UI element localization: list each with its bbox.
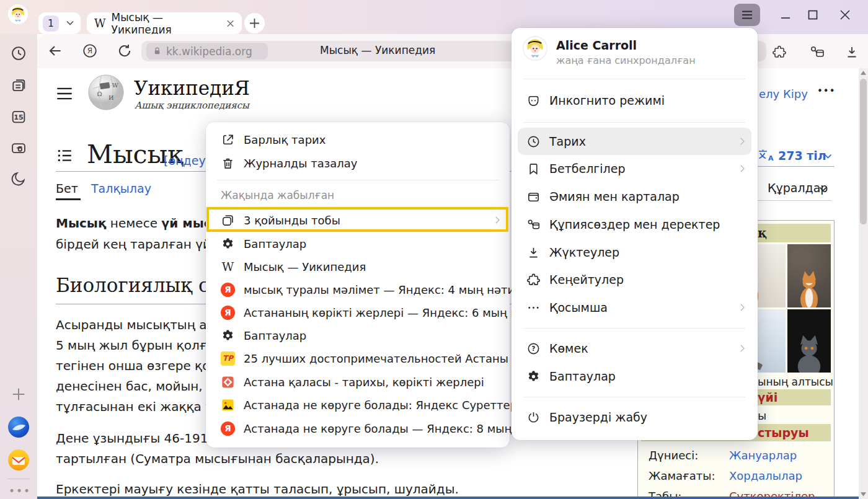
- menu-item-settings[interactable]: Баптаулар: [221, 232, 306, 255]
- close-window-button[interactable]: [836, 6, 854, 24]
- scroll-down-icon[interactable]: [861, 492, 866, 497]
- reload-button[interactable]: [117, 43, 133, 59]
- tp-icon: ТР: [221, 351, 235, 366]
- back-button[interactable]: [47, 43, 63, 59]
- extensions-toolbar-button[interactable]: [772, 45, 787, 60]
- maximize-icon: [804, 6, 822, 24]
- taxo-value-link[interactable]: Жануарлар: [729, 449, 797, 462]
- menu-item-downloads[interactable]: Жүктеулер: [526, 241, 619, 263]
- menu-profile-avatar[interactable]: [523, 36, 547, 61]
- tab-group-pill[interactable]: 1: [38, 12, 81, 34]
- menu-item-recent-yandex-1[interactable]: Я мысық туралы мәлімет — Яндекс: 4 мың н…: [221, 278, 546, 301]
- menu-item-bookmarks[interactable]: Бетбелгілер: [526, 157, 626, 180]
- cat-silhouette: [787, 309, 831, 373]
- wiki-site-subtitle: Ашық энциклопедиясы: [135, 100, 249, 111]
- screenshot-sidebar-button[interactable]: [10, 139, 27, 156]
- header-more-button[interactable]: •••: [817, 86, 836, 97]
- chevron-right-icon: [492, 214, 503, 226]
- menu-item-label: Журналды тазалау: [244, 157, 357, 170]
- menu-item-more[interactable]: Қосымша: [526, 296, 608, 319]
- gear-icon: [221, 237, 235, 251]
- scroll-up-icon[interactable]: [861, 71, 866, 75]
- taxo-value-link[interactable]: Хордалылар: [729, 469, 802, 482]
- downloads-toolbar-button[interactable]: [844, 45, 859, 60]
- menu-item-passwords[interactable]: Құпиясөздер мен деректер: [526, 213, 720, 236]
- yandex-search-button[interactable]: Я: [82, 43, 98, 59]
- tab-close-icon[interactable]: [226, 19, 234, 28]
- browser-window: 1 W Мысық — Уикипедия 15: [0, 0, 868, 499]
- help-icon: ?: [526, 342, 541, 356]
- browser-tab[interactable]: W Мысық — Уикипедия: [87, 12, 242, 34]
- register-link-fragment[interactable]: елу: [759, 87, 779, 100]
- menu-item-recent-tonkosti[interactable]: Астана қаласы - тарихы, көрікті жерлері: [221, 371, 484, 393]
- language-count[interactable]: 273 тіл: [778, 149, 826, 162]
- status-row-fragment: ы: [758, 409, 766, 422]
- yandex-mail-logo[interactable]: [8, 449, 29, 470]
- sidebar-divider: [7, 479, 30, 479]
- browser-swoosh-icon: [8, 417, 29, 438]
- menu-item-recent-yandex-3[interactable]: Я Астанада не көруге болады — Яндекс: 8 …: [221, 417, 547, 439]
- menu-item-label: Браузерді жабу: [549, 410, 647, 424]
- scrollbar-thumb[interactable]: [860, 79, 867, 224]
- menu-item-label: Астанада не көруге болады — Яндекс: 8 мы…: [244, 422, 547, 435]
- minimize-button[interactable]: [776, 6, 795, 24]
- menu-item-label: Әмиян мен карталар: [549, 190, 680, 203]
- browser-menu-button[interactable]: [734, 4, 760, 26]
- language-icon[interactable]: A: [758, 148, 774, 162]
- new-tab-button[interactable]: [244, 13, 265, 33]
- more-dots-icon: •••: [9, 485, 31, 497]
- list-icon: [56, 148, 73, 164]
- menu-item-settings-main[interactable]: Баптаулар: [526, 365, 616, 387]
- svg-text:Ω: Ω: [97, 91, 102, 97]
- history-sidebar-button[interactable]: [10, 45, 27, 62]
- calendar-icon: 15: [10, 108, 27, 125]
- arrow-left-icon: [47, 43, 63, 59]
- feed-sidebar-button[interactable]: [10, 77, 27, 94]
- menu-item-all-history[interactable]: Барлық тарих: [221, 128, 326, 151]
- menu-item-tab-group[interactable]: 3 қойынды тобы: [221, 209, 340, 231]
- menu-item-label: Баптаулар: [244, 329, 306, 342]
- calendar-sidebar-button[interactable]: 15: [10, 108, 27, 125]
- wikipedia-globe-logo[interactable]: Ω W И: [87, 73, 125, 112]
- menu-item-label: Астанада не көруге болады: Яндекс Суретт…: [244, 399, 546, 412]
- menu-item-recent-images[interactable]: Астанада не көруге болады: Яндекс Суретт…: [221, 394, 546, 416]
- login-link[interactable]: Кіру: [783, 87, 808, 100]
- contents-button[interactable]: [56, 148, 73, 162]
- scrollbar[interactable]: [859, 68, 868, 499]
- domain-chip[interactable]: kk.wikipedia.org: [146, 43, 268, 60]
- menu-item-incognito[interactable]: Инкогнито режимі: [526, 89, 665, 112]
- sidebar-add-button[interactable]: [10, 386, 27, 403]
- chevron-right-icon: [737, 343, 748, 354]
- menu-item-recent-yandex-2[interactable]: Я Астананың көрікті жерлері — Яндекс: 6 …: [221, 301, 542, 324]
- dark-mode-sidebar-button[interactable]: [10, 170, 27, 187]
- menu-item-help[interactable]: ? Көмек: [526, 337, 588, 360]
- menu-item-recent-tp[interactable]: ТР 25 лучших достопримечательностей Аста…: [221, 347, 544, 369]
- yandex-browser-logo[interactable]: [8, 417, 29, 438]
- cat-photo-gray[interactable]: [787, 309, 831, 373]
- svg-text:?: ?: [532, 345, 536, 352]
- tab-talk[interactable]: Талқылау: [91, 182, 151, 195]
- tab-article[interactable]: Бет: [56, 182, 78, 195]
- body-line: тартылған (Суматра мысығынан басқаларынд…: [56, 451, 379, 466]
- menu-item-extensions[interactable]: Кеңейтулер: [526, 268, 624, 291]
- menu-item-wallet[interactable]: Әмиян мен карталар: [526, 185, 680, 208]
- menu-item-label: Астана қаласы - тарихы, көрікті жерлері: [244, 376, 484, 389]
- maximize-button[interactable]: [804, 6, 822, 24]
- profile-avatar[interactable]: [8, 4, 28, 24]
- protect-toolbar-button[interactable]: [809, 45, 825, 60]
- cat-photo-orange-white[interactable]: [787, 244, 831, 307]
- menu-item-recent-wikipedia[interactable]: W Мысық — Уикипедия: [221, 255, 366, 278]
- menu-item-history[interactable]: Тарих: [526, 130, 586, 152]
- menu-item-close-browser[interactable]: Браузерді жабу: [526, 406, 647, 428]
- clock-icon: [10, 45, 27, 62]
- menu-item-recent-settings[interactable]: Баптаулар: [221, 324, 306, 347]
- menu-item-label: Құпиясөздер мен деректер: [549, 218, 720, 231]
- wallet-icon: [526, 190, 541, 204]
- menu-item-label: Тарих: [549, 135, 586, 148]
- sidebar-more-button[interactable]: •••: [9, 485, 31, 497]
- body-line: денесінен бас, мойын, тұл: [56, 379, 229, 394]
- menu-item-clear-history[interactable]: Журналды тазалау: [221, 152, 357, 174]
- wiki-main-menu-button[interactable]: [56, 86, 73, 100]
- wiki-site-title[interactable]: УикипедиЯ: [134, 77, 250, 99]
- edit-link[interactable]: [өңдеу: [164, 154, 206, 167]
